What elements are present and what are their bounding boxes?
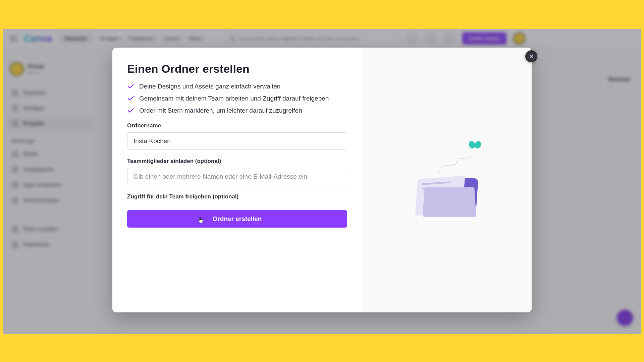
check-icon	[127, 83, 135, 90]
invite-members-input[interactable]	[127, 168, 347, 185]
close-button[interactable]: ✕	[525, 50, 537, 62]
button-label: Ordner erstellen	[213, 215, 262, 223]
modal-illustration-panel	[362, 48, 532, 312]
modal-title: Einen Ordner erstellen	[127, 62, 347, 75]
benefit-text: Deine Designs und Assets ganz einfach ve…	[139, 83, 280, 90]
folder-illustration	[407, 143, 487, 217]
folder-front-shape	[423, 187, 476, 217]
check-icon	[127, 107, 135, 114]
dotted-trail-icon	[437, 153, 474, 173]
benefit-text: Gemeinsam mit deinem Team arbeiten und Z…	[139, 95, 329, 102]
cursor-pointer-icon	[197, 216, 204, 224]
team-access-label: Zugriff für dein Team freigeben (optiona…	[127, 193, 347, 200]
benefit-row: Deine Designs und Assets ganz einfach ve…	[127, 83, 347, 90]
benefit-text: Order mit Stern markieren, um leichter d…	[139, 107, 302, 114]
create-folder-button[interactable]: Ordner erstellen	[127, 210, 347, 228]
modal-form-panel: Einen Ordner erstellen Deine Designs und…	[112, 48, 362, 312]
create-folder-modal: ✕ Einen Ordner erstellen Deine Designs u…	[112, 48, 532, 312]
folder-name-input[interactable]	[127, 132, 347, 150]
benefit-row: Order mit Stern markieren, um leichter d…	[127, 107, 347, 114]
check-icon	[127, 95, 135, 102]
invite-members-label: Teammitglieder einladen (optional)	[127, 158, 347, 165]
butterfly-icon	[469, 141, 481, 151]
close-icon: ✕	[529, 53, 534, 60]
folder-name-label: Ordnername	[127, 122, 347, 129]
benefit-row: Gemeinsam mit deinem Team arbeiten und Z…	[127, 95, 347, 102]
modal-overlay: ✕ Einen Ordner erstellen Deine Designs u…	[3, 29, 641, 334]
